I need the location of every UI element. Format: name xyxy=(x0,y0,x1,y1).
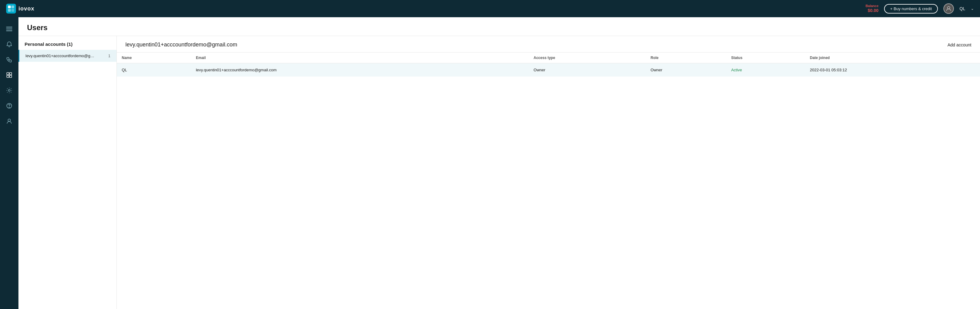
page-title: Users xyxy=(27,23,971,32)
cell-role: Owner xyxy=(646,63,726,77)
table-header-row: Name Email Access type Role Status Date … xyxy=(117,53,980,63)
table-row[interactable]: QL levy.quentin01+acccountfordemo@gmail.… xyxy=(117,63,980,77)
svg-point-12 xyxy=(8,89,10,91)
col-status: Status xyxy=(726,53,805,63)
topbar: iovox Balance $0.00 + Buy numbers & cred… xyxy=(0,0,980,17)
sidebar xyxy=(0,17,18,309)
cell-email: levy.quentin01+acccountfordemo@gmail.com xyxy=(191,63,529,77)
svg-rect-3 xyxy=(11,9,14,12)
svg-rect-0 xyxy=(8,6,11,8)
buy-numbers-button[interactable]: + Buy numbers & credit xyxy=(884,4,938,14)
right-panel-title: levy.quentin01+acccountfordemo@gmail.com xyxy=(126,41,237,48)
cell-name: QL xyxy=(117,63,191,77)
cell-access-type: Owner xyxy=(529,63,646,77)
table-header: Name Email Access type Role Status Date … xyxy=(117,53,980,63)
svg-point-15 xyxy=(8,119,10,121)
col-access-type: Access type xyxy=(529,53,646,63)
svg-rect-1 xyxy=(11,6,14,8)
col-name: Name xyxy=(117,53,191,63)
svg-rect-8 xyxy=(7,73,9,75)
status-badge: Active xyxy=(731,68,742,72)
col-email: Email xyxy=(191,53,529,63)
svg-rect-6 xyxy=(6,29,12,29)
topbar-right: Balance $0.00 + Buy numbers & credit QL … xyxy=(865,3,974,14)
add-account-button[interactable]: Add account xyxy=(947,42,971,47)
svg-rect-2 xyxy=(8,9,11,12)
svg-rect-9 xyxy=(10,73,12,75)
logo: iovox xyxy=(6,4,34,14)
user-avatar[interactable] xyxy=(943,3,954,14)
svg-point-14 xyxy=(9,107,10,108)
sidebar-item-notifications[interactable] xyxy=(2,38,16,51)
user-initials[interactable]: QL xyxy=(959,6,965,11)
sidebar-item-profile[interactable] xyxy=(2,115,16,128)
col-date-joined: Date joined xyxy=(805,53,980,63)
app-body: Users Personal accounts (1) levy.quentin… xyxy=(0,17,980,309)
sidebar-item-menu[interactable] xyxy=(2,22,16,36)
right-panel-header: levy.quentin01+acccountfordemo@gmail.com… xyxy=(117,36,980,53)
col-role: Role xyxy=(646,53,726,63)
cell-date-joined: 2022-03-01 05:03:12 xyxy=(805,63,980,77)
account-email: levy.quentin01+acccountfordemo@gmail.cc xyxy=(25,54,96,58)
account-list-item[interactable]: levy.quentin01+acccountfordemo@gmail.cc … xyxy=(18,50,116,62)
svg-rect-5 xyxy=(6,27,12,27)
svg-rect-7 xyxy=(6,30,12,31)
users-body: Personal accounts (1) levy.quentin01+acc… xyxy=(18,36,980,309)
balance-value: $0.00 xyxy=(865,8,878,13)
user-menu-chevron[interactable]: ⌄ xyxy=(971,6,974,11)
right-panel: levy.quentin01+acccountfordemo@gmail.com… xyxy=(117,36,980,309)
account-count: 1 xyxy=(108,54,110,58)
sidebar-item-users[interactable] xyxy=(2,68,16,82)
page-header: Users xyxy=(18,17,980,36)
personal-accounts-title: Personal accounts (1) xyxy=(18,36,116,50)
sidebar-item-calls[interactable] xyxy=(2,53,16,67)
logo-text: iovox xyxy=(18,6,34,12)
sidebar-item-help[interactable] xyxy=(2,99,16,113)
svg-rect-11 xyxy=(10,75,12,78)
left-panel: Personal accounts (1) levy.quentin01+acc… xyxy=(18,36,117,309)
balance-label: Balance xyxy=(865,4,878,8)
sidebar-item-settings[interactable] xyxy=(2,84,16,97)
users-table: Name Email Access type Role Status Date … xyxy=(117,53,980,76)
balance-block: Balance $0.00 xyxy=(865,4,878,13)
main-content: Users Personal accounts (1) levy.quentin… xyxy=(18,17,980,309)
cell-status: Active xyxy=(726,63,805,77)
svg-rect-10 xyxy=(7,75,9,78)
table-body: QL levy.quentin01+acccountfordemo@gmail.… xyxy=(117,63,980,77)
logo-icon xyxy=(6,4,16,14)
svg-point-4 xyxy=(947,6,950,9)
